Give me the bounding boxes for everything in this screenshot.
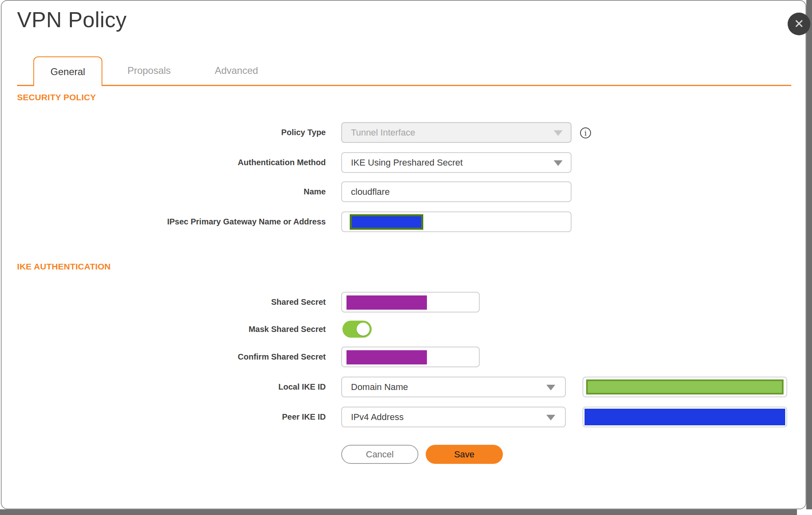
close-button[interactable]: ✕ <box>788 13 810 35</box>
chevron-down-icon <box>546 415 555 420</box>
authentication-method-label: Authentication Method <box>0 152 326 173</box>
shared-secret-redaction <box>346 295 427 310</box>
vpn-policy-dialog: VPN Policy ✕ General Proposals Advanced … <box>0 0 812 515</box>
tab-advanced-label: Advanced <box>215 65 258 76</box>
gateway-label: IPsec Primary Gateway Name or Address <box>0 211 326 232</box>
mask-shared-secret-row: Mask Shared Secret <box>0 321 812 338</box>
gateway-input[interactable] <box>341 211 572 232</box>
info-icon[interactable]: i <box>580 127 591 138</box>
peer-ike-id-type-value: IPv4 Address <box>351 412 404 422</box>
chevron-down-icon <box>546 385 555 390</box>
tab-underline <box>17 85 791 86</box>
save-button[interactable]: Save <box>426 445 503 464</box>
tab-proposals[interactable]: Proposals <box>115 56 184 85</box>
confirm-shared-secret-redaction <box>346 350 427 364</box>
peer-ike-id-redaction <box>585 409 785 425</box>
chevron-down-icon <box>554 160 563 166</box>
close-icon: ✕ <box>794 18 804 30</box>
toggle-knob <box>357 323 370 336</box>
name-row: Name cloudflare <box>0 181 812 202</box>
backdrop-bottom-strip <box>0 509 797 515</box>
tab-general[interactable]: General <box>33 56 102 86</box>
name-value: cloudflare <box>351 187 390 197</box>
cancel-button[interactable]: Cancel <box>341 445 418 464</box>
policy-type-value: Tunnel Interface <box>351 127 415 138</box>
page-title: VPN Policy <box>17 7 127 32</box>
local-ike-id-select[interactable]: Domain Name <box>341 377 566 397</box>
local-ike-id-label: Local IKE ID <box>0 377 326 397</box>
confirm-shared-secret-label: Confirm Shared Secret <box>0 347 326 367</box>
ike-authentication-heading: IKE AUTHENTICATION <box>17 262 111 272</box>
local-ike-id-input[interactable] <box>582 377 787 397</box>
gateway-row: IPsec Primary Gateway Name or Address <box>0 211 812 232</box>
local-ike-id-redaction <box>586 379 784 394</box>
gateway-redaction <box>350 214 423 230</box>
shared-secret-label: Shared Secret <box>0 292 326 312</box>
mask-shared-secret-toggle[interactable] <box>342 321 372 338</box>
confirm-shared-secret-row: Confirm Shared Secret <box>0 347 812 367</box>
info-icon-glyph: i <box>585 129 587 137</box>
local-ike-id-type-value: Domain Name <box>351 382 408 392</box>
mask-shared-secret-label: Mask Shared Secret <box>0 321 326 338</box>
policy-type-label: Policy Type <box>0 122 326 143</box>
backdrop-right-strip <box>806 0 812 509</box>
shared-secret-input[interactable] <box>341 292 480 312</box>
chevron-down-icon <box>554 130 563 136</box>
peer-ike-id-label: Peer IKE ID <box>0 407 326 427</box>
tab-advanced[interactable]: Advanced <box>202 56 271 85</box>
tab-general-label: General <box>50 66 85 78</box>
policy-type-select: Tunnel Interface <box>341 122 572 143</box>
name-label: Name <box>0 181 326 202</box>
peer-ike-id-input[interactable] <box>582 407 787 427</box>
authentication-method-value: IKE Using Preshared Secret <box>351 157 463 168</box>
authentication-method-row: Authentication Method IKE Using Preshare… <box>0 152 812 173</box>
policy-type-row: Policy Type Tunnel Interface <box>0 122 812 143</box>
tab-proposals-label: Proposals <box>128 65 171 76</box>
peer-ike-id-select[interactable]: IPv4 Address <box>341 407 566 427</box>
shared-secret-row: Shared Secret <box>0 292 812 312</box>
confirm-shared-secret-input[interactable] <box>341 347 480 367</box>
authentication-method-select[interactable]: IKE Using Preshared Secret <box>341 152 572 173</box>
security-policy-heading: SECURITY POLICY <box>17 93 96 102</box>
name-input[interactable]: cloudflare <box>341 181 572 202</box>
